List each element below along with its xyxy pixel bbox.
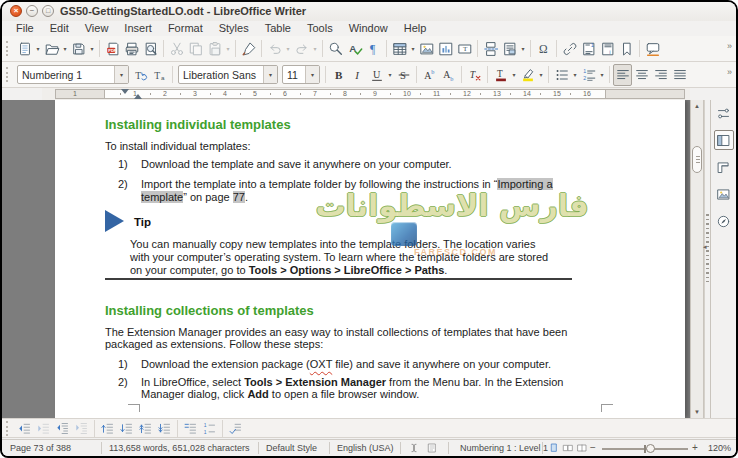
zoom-slider[interactable]	[602, 440, 688, 456]
move-item-down-button[interactable]	[117, 419, 136, 437]
menu-styles[interactable]: Styles	[211, 21, 257, 36]
copy-button[interactable]	[186, 38, 205, 60]
scroll-down-icon[interactable]: ▼	[691, 406, 703, 418]
demote-outline-level-button[interactable]	[34, 419, 53, 437]
subscript-button[interactable]: Ab	[439, 64, 458, 86]
justify-button[interactable]	[670, 64, 689, 86]
document-modified-icon[interactable]	[426, 442, 438, 456]
toolbar-overflow-button[interactable]: »	[727, 67, 732, 77]
paste-button[interactable]	[205, 38, 224, 60]
numbering-button[interactable]: 12	[579, 64, 598, 86]
horizontal-ruler[interactable]: 112345678910111213141516	[42, 88, 690, 100]
splitter-collapse-icon[interactable]: ◂	[703, 243, 707, 251]
menu-tools[interactable]: Tools	[299, 21, 341, 36]
zoom-out-button[interactable]: −	[590, 440, 596, 456]
export-pdf-button[interactable]: PDF	[103, 38, 122, 60]
formatting-marks-button[interactable]: ¶	[364, 38, 383, 60]
minimize-button[interactable]: −	[26, 5, 38, 17]
maximize-button[interactable]: □	[42, 5, 54, 17]
new-document-dropdown-button[interactable]: ▾	[34, 45, 42, 52]
redo-dropdown-button[interactable]: ▾	[311, 45, 319, 52]
menu-edit[interactable]: Edit	[42, 21, 77, 36]
font-name-combobox[interactable]: Liberation Sans ▾	[178, 65, 278, 84]
strikethrough-button[interactable]: S	[394, 64, 413, 86]
align-left-button[interactable]	[613, 64, 632, 86]
align-center-button[interactable]	[632, 64, 651, 86]
cut-button[interactable]	[167, 38, 186, 60]
view-single-button[interactable]	[548, 442, 560, 456]
underline-dropdown-button[interactable]: ▾	[386, 71, 394, 78]
promote-outline-level-button[interactable]	[15, 419, 34, 437]
chevron-down-icon[interactable]: ▾	[263, 66, 277, 83]
numbering-dropdown-button[interactable]: ▾	[598, 71, 606, 78]
insert-endnote-button[interactable]: i	[598, 38, 617, 60]
first-line-indent-marker[interactable]	[121, 89, 129, 94]
font-color-button[interactable]: T	[491, 64, 510, 86]
bullets-dropdown-button[interactable]: ▾	[571, 71, 579, 78]
font-color-dropdown-button[interactable]: ▾	[510, 71, 518, 78]
menu-file[interactable]: File	[8, 21, 42, 36]
special-character-button[interactable]: Ω	[534, 38, 553, 60]
document-page[interactable]: Installing individual templatesTo instal…	[55, 100, 685, 418]
move-down-with-subpoints-button[interactable]	[155, 419, 174, 437]
insert-table-button[interactable]	[390, 38, 409, 60]
insert-textbox-button[interactable]: T	[455, 38, 474, 60]
paste-dropdown-button[interactable]: ▾	[224, 45, 232, 52]
italic-button[interactable]: I	[348, 64, 367, 86]
insert-chart-button[interactable]	[436, 38, 455, 60]
highlight-color-button[interactable]	[518, 64, 537, 86]
insert-unnumbered-entry-button[interactable]	[181, 419, 200, 437]
view-book-button[interactable]	[576, 442, 588, 456]
update-style-button[interactable]: T	[131, 64, 150, 86]
align-right-button[interactable]	[651, 64, 670, 86]
zoom-level[interactable]: 120%	[708, 440, 731, 456]
scroll-up-icon[interactable]: ▲	[691, 100, 703, 112]
bold-button[interactable]: B	[329, 64, 348, 86]
sidebar-tab-properties[interactable]	[714, 130, 734, 150]
word-count-status[interactable]: 113,658 words, 651,028 characters	[109, 440, 249, 456]
paragraph-style-combobox[interactable]: Numbering 1 ▾	[17, 65, 129, 84]
new-style-button[interactable]: Ta	[150, 64, 169, 86]
new-document-button[interactable]	[15, 38, 34, 60]
font-size-combobox[interactable]: 11 ▾	[282, 65, 320, 84]
scrollbar-thumb[interactable]	[692, 146, 702, 173]
menu-help[interactable]: Help	[396, 21, 435, 36]
print-button[interactable]	[122, 38, 141, 60]
promote-with-subpoints-button[interactable]	[53, 419, 72, 437]
selection-mode-icon[interactable]	[408, 442, 420, 456]
menu-window[interactable]: Window	[341, 21, 396, 36]
undo-dropdown-button[interactable]: ▾	[284, 45, 292, 52]
sidebar-tab-sidebar-settings[interactable]	[714, 103, 734, 123]
toolbar-grip[interactable]	[6, 67, 10, 82]
highlight-color-dropdown-button[interactable]: ▾	[537, 71, 545, 78]
spelling-button[interactable]: A	[345, 38, 364, 60]
menu-format[interactable]: Format	[160, 21, 211, 36]
open-button[interactable]	[42, 38, 61, 60]
sidebar-tab-page[interactable]	[714, 157, 734, 177]
menu-insert[interactable]: Insert	[116, 21, 160, 36]
sidebar-tab-navigator[interactable]	[714, 211, 734, 231]
bullets-button[interactable]	[552, 64, 571, 86]
toolbar-overflow-button[interactable]: »	[727, 41, 732, 51]
page-style-status[interactable]: Default Style	[266, 440, 317, 456]
chevron-down-icon[interactable]: ▾	[305, 66, 319, 83]
sidebar-tab-gallery[interactable]	[714, 184, 734, 204]
language-status[interactable]: English (USA)	[337, 440, 394, 456]
print-preview-button[interactable]	[141, 38, 160, 60]
open-dropdown-button[interactable]: ▾	[61, 45, 69, 52]
zoom-slider-thumb[interactable]	[646, 444, 655, 453]
find-replace-button[interactable]	[326, 38, 345, 60]
page-break-button[interactable]	[481, 38, 500, 60]
menu-view[interactable]: View	[77, 21, 117, 36]
insert-bookmark-button[interactable]	[617, 38, 636, 60]
insert-table-dropdown-button[interactable]: ▾	[409, 45, 417, 52]
menu-table[interactable]: Table	[257, 21, 299, 36]
continue-previous-numbering-button[interactable]	[226, 419, 245, 437]
zoom-in-button[interactable]: +	[692, 440, 698, 456]
move-up-with-subpoints-button[interactable]	[136, 419, 155, 437]
save-button[interactable]	[69, 38, 88, 60]
undo-button[interactable]	[265, 38, 284, 60]
underline-button[interactable]: U	[367, 64, 386, 86]
save-dropdown-button[interactable]: ▾	[88, 45, 96, 52]
chevron-down-icon[interactable]: ▾	[114, 66, 128, 83]
